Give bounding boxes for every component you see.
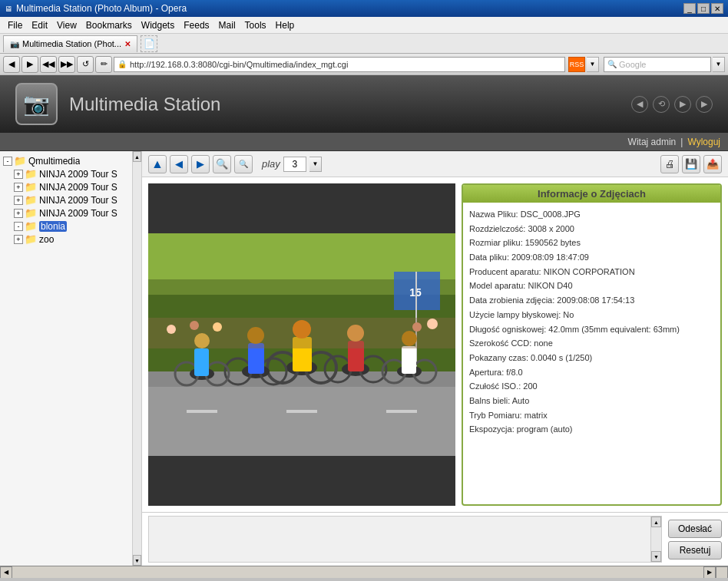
tree-item-4[interactable]: - 📁 blonia <box>14 220 129 233</box>
tree-expand-2[interactable]: + <box>14 196 23 205</box>
field-label-6: Data zrobienia zdjęcia: <box>469 295 557 305</box>
header-nav-icons: ◀ ⟲ ▶ ▶ <box>631 96 713 113</box>
main-content: ▲ ▼ - 📁 Qmultimedia + 📁 NINJA 2009 Tour … <box>0 151 728 566</box>
field-label-9: Szerokość CCD: <box>469 338 534 348</box>
active-tab[interactable]: 📷 Multimedia Station (Phot... ✕ <box>3 35 137 52</box>
play-dropdown[interactable]: ▼ <box>309 157 322 172</box>
field-value-8: 42.0mm (35mm equivalent: 63mm) <box>548 325 680 334</box>
field-value-1: 3008 x 2000 <box>528 224 574 233</box>
tree-item-2[interactable]: + 📁 NINJA 2009 Tour S <box>14 193 129 206</box>
sidebar-scroll-up[interactable]: ▲ <box>133 151 141 162</box>
logout-link[interactable]: Wyloguj <box>687 137 720 147</box>
new-tab-button[interactable]: 📄 <box>141 35 157 52</box>
menu-mail[interactable]: Mail <box>214 18 240 32</box>
sidebar-scroll-track <box>133 162 141 555</box>
save-button[interactable]: 💾 <box>682 155 700 173</box>
tree-item-0[interactable]: + 📁 NINJA 2009 Tour S <box>14 167 129 180</box>
address-bar[interactable]: 🔒 http://192.168.0.3:8080/cgi-bin/Qmulti… <box>114 57 565 72</box>
back-button[interactable]: ◀ <box>3 56 20 73</box>
h-scroll-left[interactable]: ◀ <box>0 566 12 579</box>
field-label-0: Nazwa Pliku: <box>469 210 521 219</box>
h-scroll-track[interactable] <box>12 566 703 578</box>
window-icon: 🖥 <box>5 5 12 13</box>
header-home-icon[interactable]: ⟲ <box>653 96 670 113</box>
print-button[interactable]: 🖨 <box>660 155 679 173</box>
info-row-6: Data zrobienia zdjęcia: 2009:08:08 17:54… <box>469 293 714 308</box>
reload-fast-button[interactable]: ◀◀ <box>40 56 57 73</box>
menu-view[interactable]: View <box>52 18 81 32</box>
strip-scroll-up[interactable]: ▲ <box>651 517 661 527</box>
play-input[interactable] <box>283 157 306 172</box>
reset-button[interactable]: Resetuj <box>668 541 722 560</box>
header-back-icon[interactable]: ◀ <box>631 96 648 113</box>
photo-toolbar: ▲ ◀ ▶ 🔍 🔍 play ▼ 🖨 💾 📤 <box>142 151 728 177</box>
info-row-7: Użycie lampy błyskowej: No <box>469 308 714 322</box>
h-scroll-right[interactable]: ▶ <box>703 566 716 579</box>
upload-button[interactable]: ▲ <box>148 155 167 173</box>
export-button[interactable]: 📤 <box>703 155 722 173</box>
tab-close-button[interactable]: ✕ <box>124 40 131 48</box>
tree-item-3[interactable]: + 📁 NINJA 2009 Tour S <box>14 206 129 220</box>
field-label-8: Długość ogniskowej: <box>469 325 548 334</box>
play-label: play <box>262 158 280 170</box>
folder-icon-4: 📁 <box>25 220 37 232</box>
search-dropdown[interactable]: ▼ <box>713 57 725 72</box>
menu-file[interactable]: File <box>3 18 27 32</box>
strip-scroll-down[interactable]: ▼ <box>651 551 661 562</box>
tree-expand-3[interactable]: + <box>14 209 23 218</box>
tree-expand-0[interactable]: + <box>14 170 23 179</box>
prev-photo-button[interactable]: ◀ <box>170 155 188 173</box>
menubar: File Edit View Bookmarks Widgets Feeds M… <box>0 17 728 34</box>
info-row-12: Czułość ISO.: 200 <box>469 379 714 394</box>
submit-button[interactable]: Odesłać <box>668 520 722 538</box>
search-box[interactable]: 🔍 Google <box>604 57 711 72</box>
minimize-button[interactable]: _ <box>683 3 696 14</box>
photo-info-panel: Informacje o Zdjęciach Nazwa Pliku: DSC_… <box>462 183 722 506</box>
field-label-12: Czułość ISO.: <box>469 381 523 391</box>
menu-bookmarks[interactable]: Bookmarks <box>81 18 137 32</box>
field-label-10: Pokazany czas: <box>469 353 531 362</box>
tree-expand-1[interactable]: + <box>14 183 23 192</box>
field-value-0: DSC_0008.JPG <box>521 210 581 219</box>
menu-help[interactable]: Help <box>271 18 299 32</box>
forward-button[interactable]: ▶ <box>22 56 38 73</box>
info-row-3: Data pliku: 2009:08:09 18:47:09 <box>469 250 714 265</box>
header-forward-icon[interactable]: ▶ <box>674 96 691 113</box>
zoom-in-button[interactable]: 🔍 <box>213 155 231 173</box>
sidebar-scrollbar[interactable]: ▲ ▼ <box>132 151 141 566</box>
tree-expand-4[interactable]: - <box>14 222 23 231</box>
tree-item-1[interactable]: + 📁 NINJA 2009 Tour S <box>14 180 129 193</box>
info-row-10: Pokazany czas: 0.0040 s (1/250) <box>469 351 714 365</box>
tree-item-5[interactable]: + 📁 zoo <box>14 233 129 246</box>
tree-expand-root[interactable]: - <box>3 157 12 166</box>
next-photo-button[interactable]: ▶ <box>191 155 210 173</box>
menu-widgets[interactable]: Widgets <box>137 18 179 32</box>
field-value-5: NIKON D40 <box>528 281 572 290</box>
rss-button[interactable]: RSS <box>568 57 585 72</box>
tree-root[interactable]: - 📁 Qmultimedia <box>3 154 129 167</box>
zoom-out-button[interactable]: 🔍 <box>234 155 253 173</box>
close-button[interactable]: ✕ <box>711 3 723 14</box>
sidebar: ▲ ▼ - 📁 Qmultimedia + 📁 NINJA 2009 Tour … <box>0 151 142 566</box>
tree-expand-5[interactable]: + <box>14 235 23 244</box>
window-controls: _ □ ✕ <box>683 3 723 14</box>
header-play-icon[interactable]: ▶ <box>696 96 713 113</box>
field-label-4: Producent aparatu: <box>469 267 544 276</box>
menu-feeds[interactable]: Feeds <box>179 18 213 32</box>
svg-point-38 <box>190 321 199 330</box>
tabbar: 📷 Multimedia Station (Phot... ✕ 📄 <box>0 34 728 54</box>
sidebar-scroll-down[interactable]: ▼ <box>133 555 141 566</box>
svg-point-37 <box>167 325 176 334</box>
edit-button[interactable]: ✏ <box>95 56 112 73</box>
thumbnail-strip: ▲ ▼ <box>148 516 662 563</box>
greeting-text: Witaj admin <box>628 137 677 147</box>
menu-tools[interactable]: Tools <box>240 18 271 32</box>
fast-forward-button[interactable]: ▶▶ <box>58 56 75 73</box>
reload-button[interactable]: ↺ <box>77 56 94 73</box>
info-row-4: Producent aparatu: NIKON CORPORATION <box>469 265 714 279</box>
field-value-3: 2009:08:09 18:47:09 <box>511 253 589 262</box>
maximize-button[interactable]: □ <box>697 3 710 14</box>
field-label-14: Tryb Pomiaru: <box>469 411 524 420</box>
menu-edit[interactable]: Edit <box>27 18 52 32</box>
rss-dropdown[interactable]: ▼ <box>587 57 599 72</box>
